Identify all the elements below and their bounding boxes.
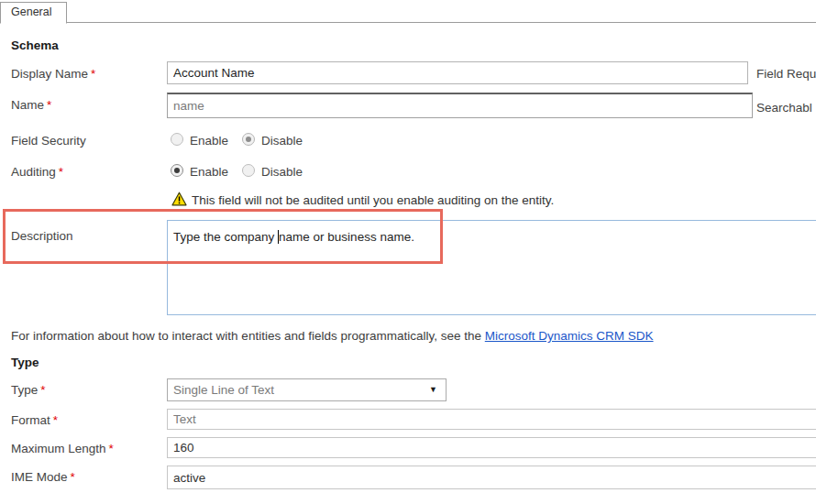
required-marker: * [71,470,75,484]
field-security-enable-radio[interactable] [171,133,183,146]
format-label-text: Format [11,413,50,427]
ime-mode-label-text: IME Mode [11,470,68,484]
maximum-length-input[interactable] [167,437,816,458]
dropdown-arrow-icon: ▼ [429,379,437,400]
field-requirement-label: Field Requ [756,67,816,81]
warning-icon [171,192,187,206]
tab-general[interactable]: General [0,2,67,24]
name-input[interactable] [167,93,753,118]
ime-mode-label: IME Mode* [11,470,75,484]
field-security-enable-option-label[interactable]: Enable [190,134,228,148]
display-name-label-text: Display Name [11,67,88,81]
maximum-length-label: Maximum Length* [11,442,114,455]
required-marker: * [47,98,51,112]
name-label: Name* [11,98,51,112]
description-textarea[interactable]: Type the company name or business name. [167,220,816,315]
radio-dot [174,168,180,173]
ime-mode-input[interactable] [167,466,816,489]
name-label-text: Name [11,98,44,112]
type-label: Type* [11,383,46,397]
description-text-before-cursor: Type the company [173,230,278,244]
description-text-after-cursor: name or business name. [279,230,414,244]
field-security-disable-option-label[interactable]: Disable [261,134,303,148]
type-select-value: Single Line of Text [173,383,274,397]
description-label: Description [11,229,73,243]
field-security-disable-radio[interactable] [242,133,255,146]
auditing-label-text: Auditing [11,165,56,179]
display-name-input[interactable] [167,61,748,84]
schema-section-title: Schema [11,38,59,52]
sdk-note-text: For information about how to interact wi… [11,329,485,343]
auditing-enable-radio[interactable] [171,164,183,177]
format-input[interactable] [167,409,816,430]
sdk-link[interactable]: Microsoft Dynamics CRM SDK [485,329,654,343]
required-marker: * [53,413,58,427]
required-marker: * [40,383,45,397]
field-properties-panel: General Schema Display Name* Field Requ … [0,0,816,504]
type-section-title: Type [11,356,39,369]
type-select[interactable]: Single Line of Text▼ [167,378,447,401]
searchable-label: Searchabl [756,101,812,115]
sdk-note: For information about how to interact wi… [11,329,654,343]
auditing-label: Auditing* [11,165,63,179]
field-security-label: Field Security [11,134,86,148]
auditing-enable-option-label[interactable]: Enable [190,165,228,179]
format-label: Format* [11,413,58,427]
auditing-disable-option-label[interactable]: Disable [261,165,303,179]
auditing-warning-text: This field will not be audited until you… [192,193,554,207]
display-name-label: Display Name* [11,67,95,81]
auditing-disable-radio[interactable] [242,164,255,177]
maximum-length-label-text: Maximum Length [11,442,106,455]
type-label-text: Type [11,383,38,397]
required-marker: * [109,442,114,455]
required-marker: * [91,67,95,81]
radio-dot [246,137,251,142]
required-marker: * [59,165,63,179]
tab-bar-divider [0,22,816,23]
